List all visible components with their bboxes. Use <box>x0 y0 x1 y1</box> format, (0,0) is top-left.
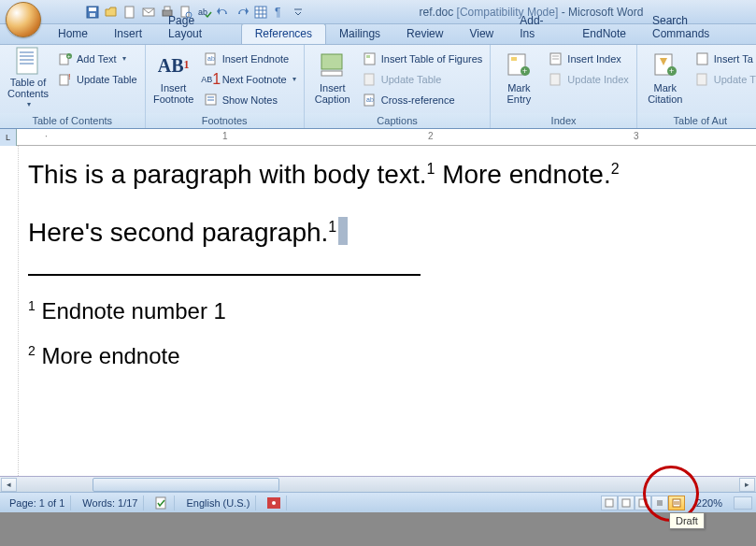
svg-text:+: + <box>522 66 527 76</box>
group-label: Table of Aut <box>637 113 756 128</box>
show-notes-icon <box>204 93 219 108</box>
svg-rect-52 <box>156 497 165 509</box>
paragraph[interactable]: This is a paragraph with body text.1 Mor… <box>28 159 747 191</box>
next-footnote-button[interactable]: AB1Next Footnote▾ <box>200 69 300 89</box>
svg-rect-3 <box>125 7 134 18</box>
chevron-down-icon: ▾ <box>292 75 296 83</box>
endnote-separator <box>28 274 421 276</box>
page-indicator[interactable]: Page: 1 of 1 <box>4 496 71 510</box>
svg-rect-35 <box>366 55 370 58</box>
update-index-button[interactable]: Update Index <box>545 69 632 89</box>
new-icon[interactable] <box>121 4 138 21</box>
tab-page-layout[interactable]: Page Layout <box>155 11 241 44</box>
svg-rect-1 <box>89 7 96 11</box>
view-buttons <box>601 496 685 510</box>
next-footnote-icon: AB1 <box>204 72 219 87</box>
toc-icon <box>13 47 43 75</box>
endnote[interactable]: 1 Endnote number 1 <box>28 298 747 324</box>
selection-margin[interactable] <box>0 146 19 476</box>
update-tof-button[interactable]: Update Table <box>359 69 487 89</box>
svg-rect-34 <box>364 53 375 65</box>
svg-rect-33 <box>321 71 342 76</box>
svg-rect-40 <box>511 57 517 61</box>
tof-icon <box>363 51 378 66</box>
document-area[interactable]: This is a paragraph with body text.1 Mor… <box>0 146 756 476</box>
index-icon <box>549 51 563 66</box>
insert-endnote-button[interactable]: abInsert Endnote <box>200 49 300 68</box>
outline-view-button[interactable] <box>651 496 668 510</box>
endnote-ref[interactable]: 2 <box>611 161 620 177</box>
language-indicator[interactable]: English (U.S.) <box>180 496 256 510</box>
insert-tof-button[interactable]: Insert Table of Figures <box>359 49 487 68</box>
desktop-area <box>0 512 756 546</box>
scroll-left-button[interactable]: ◂ <box>1 478 17 492</box>
open-icon[interactable] <box>103 4 120 21</box>
svg-rect-61 <box>673 499 680 507</box>
update-icon <box>695 72 710 87</box>
insert-caption-button[interactable]: Insert Caption <box>308 47 357 108</box>
save-icon[interactable] <box>84 4 101 21</box>
horizontal-scrollbar[interactable]: ◂ ▸ <box>0 476 756 492</box>
add-text-icon: + <box>58 51 73 66</box>
word-count[interactable]: Words: 1/17 <box>77 496 144 510</box>
cross-reference-button[interactable]: abCross-reference <box>359 90 487 109</box>
endnote[interactable]: 2 More endnote <box>28 343 747 369</box>
tab-references[interactable]: References <box>241 23 326 44</box>
scroll-right-button[interactable]: ▸ <box>739 478 755 492</box>
tab-view[interactable]: View <box>456 24 506 44</box>
update-toa-button[interactable]: Update T <box>692 69 756 89</box>
table-of-contents-button[interactable]: Table of Contents▾ <box>4 47 52 108</box>
full-screen-view-button[interactable] <box>618 496 635 510</box>
tab-addins[interactable]: Add-Ins <box>506 11 569 44</box>
macro-icon[interactable] <box>262 496 287 510</box>
mark-citation-button[interactable]: + Mark Citation <box>641 47 690 108</box>
insert-toa-button[interactable]: Insert Ta <box>692 49 756 68</box>
endnote-ref[interactable]: 1 <box>328 218 336 234</box>
zoom-level[interactable]: 220% <box>691 497 728 509</box>
paragraph-icon[interactable]: ¶ <box>271 4 288 21</box>
add-text-button[interactable]: +Add Text▾ <box>54 49 141 68</box>
status-bar: Page: 1 of 1 Words: 1/17 English (U.S.) … <box>0 492 756 512</box>
table-icon[interactable] <box>252 4 269 21</box>
svg-rect-2 <box>90 13 95 17</box>
group-label: Index <box>491 113 635 128</box>
crossref-icon: ab <box>363 93 378 108</box>
text-cursor <box>338 217 348 245</box>
svg-rect-17 <box>17 48 37 74</box>
svg-rect-46 <box>550 74 560 85</box>
scroll-thumb[interactable] <box>93 478 279 492</box>
page-content[interactable]: This is a paragraph with body text.1 Mor… <box>28 159 747 388</box>
tab-endnote[interactable]: EndNote <box>569 24 639 44</box>
svg-rect-36 <box>364 74 374 85</box>
svg-text:¶: ¶ <box>275 6 280 19</box>
zoom-slider[interactable] <box>734 496 752 510</box>
chevron-down-icon: ▾ <box>122 54 126 63</box>
tab-mailings[interactable]: Mailings <box>326 24 393 44</box>
paragraph[interactable]: Here's second paragraph.1 <box>28 217 747 249</box>
svg-text:+: + <box>669 66 674 76</box>
office-button[interactable] <box>6 2 41 37</box>
mark-entry-button[interactable]: + Mark Entry <box>494 47 543 108</box>
draft-view-button[interactable] <box>668 496 685 510</box>
mark-entry-icon: + <box>504 50 534 80</box>
ruler[interactable]: L · 1 2 3 <box>0 129 756 146</box>
tab-insert[interactable]: Insert <box>101 24 155 44</box>
tab-review[interactable]: Review <box>393 24 456 44</box>
insert-index-button[interactable]: Insert Index <box>545 49 632 68</box>
insert-footnote-button[interactable]: AB1 Insert Footnote <box>150 47 198 108</box>
update-toc-button[interactable]: !Update Table <box>54 69 141 89</box>
draft-tooltip: Draft <box>669 512 705 529</box>
group-label: Captions <box>305 113 491 128</box>
group-index: + Mark Entry Insert Index Update Index I… <box>491 45 636 128</box>
show-notes-button[interactable]: Show Notes <box>200 90 300 109</box>
web-layout-view-button[interactable] <box>635 496 651 510</box>
qat-customize-icon[interactable] <box>290 4 307 21</box>
svg-rect-10 <box>255 7 266 18</box>
group-citation: + Mark Citation Insert Ta Update T Table… <box>637 45 756 128</box>
tab-search-commands[interactable]: Search Commands <box>639 11 756 44</box>
tab-selector[interactable]: L <box>0 129 17 146</box>
tab-home[interactable]: Home <box>45 24 101 44</box>
svg-rect-32 <box>321 54 342 69</box>
proofing-icon[interactable] <box>150 496 175 510</box>
print-layout-view-button[interactable] <box>601 496 618 510</box>
